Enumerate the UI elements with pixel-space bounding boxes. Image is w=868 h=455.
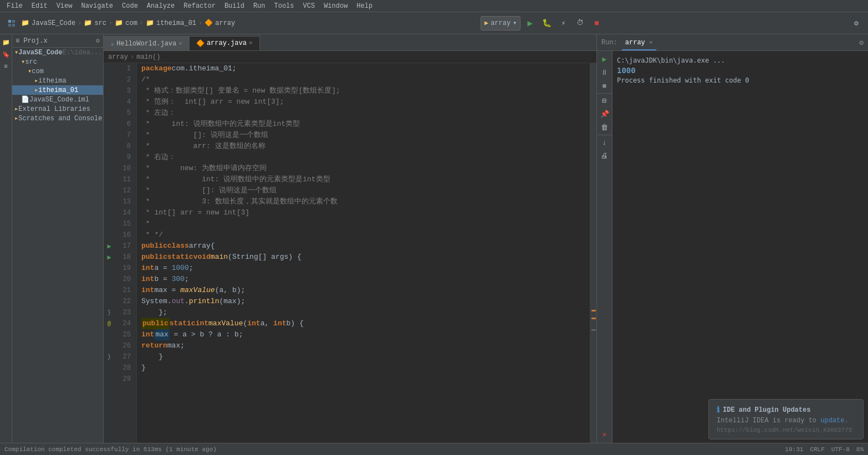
print-button[interactable]: 🖨 <box>599 150 611 162</box>
run-config-dropdown[interactable]: ▶ array ▾ <box>481 16 520 30</box>
bc-sep3: › <box>140 19 144 27</box>
bc-com[interactable]: 📁 <box>115 19 123 27</box>
run-tab-array[interactable]: array × <box>622 35 656 50</box>
tab-helloworld[interactable]: ☕ HelloWorld.java × <box>104 36 190 50</box>
menu-item-vcs[interactable]: VCS <box>299 0 320 12</box>
bc-project[interactable]: 📁 <box>21 19 29 27</box>
sidebar-bookmark-btn[interactable]: 🔖 <box>1 49 12 60</box>
menu-item-window[interactable]: Window <box>319 0 352 12</box>
gutter-10 <box>104 163 115 174</box>
tree-node-scratches[interactable]: ▸ Scratches and Console <box>12 114 103 123</box>
bc-project-label[interactable]: JavaSE_Code <box>32 19 75 27</box>
sidebar-structure-btn[interactable]: ≡ <box>1 61 12 72</box>
run-arrow-17[interactable]: ▶ <box>107 242 111 250</box>
status-filetype[interactable]: UTF-8 <box>831 446 850 453</box>
bc-sep4: › <box>198 19 202 27</box>
clear-button[interactable]: 🗑 <box>599 121 611 134</box>
breadcrumb-array[interactable]: array <box>108 53 128 61</box>
bc-itheima-label[interactable]: itheima_01 <box>156 19 196 27</box>
tree-node-iml[interactable]: 📄 JavaSE_Code.iml <box>12 95 103 104</box>
gutter-6 <box>104 119 115 130</box>
settings-button[interactable]: ⚙ <box>849 16 864 30</box>
rerun-button[interactable]: ▶ <box>599 53 611 65</box>
gutter-15 <box>104 218 115 229</box>
code-line-16: * */ <box>141 229 585 241</box>
breadcrumb-main[interactable]: main() <box>136 53 160 61</box>
gutter-28 <box>104 362 115 374</box>
menu-item-build[interactable]: Build <box>220 0 249 12</box>
menu-item-code[interactable]: Code <box>118 0 142 12</box>
scroll-marker-1 <box>591 310 596 311</box>
tree-node-root[interactable]: ▾ JavaSE_Code E:\idea... <box>12 48 103 57</box>
run-config-arrow: ▾ <box>513 19 517 27</box>
notification-body: IntelliJ IDEA is ready to update. <box>717 417 855 425</box>
code-line-4: * 范例： int[] arr = new int[3]; <box>141 96 585 108</box>
code-line-29 <box>141 374 585 385</box>
menu-item-view[interactable]: View <box>52 0 77 12</box>
ln-23: 23 <box>115 307 133 318</box>
bc-src[interactable]: 📁 <box>84 19 92 27</box>
tree-node-src[interactable]: ▾ src <box>12 57 103 67</box>
tree-itheima01-icon: ▸ <box>34 86 38 94</box>
code-line-6: * int: 说明数组中的元素类型是int类型 <box>141 119 585 130</box>
status-encoding[interactable]: CRLF <box>810 446 824 453</box>
tab-array[interactable]: 🔶 array.java × <box>190 36 260 50</box>
menu-item-navigate[interactable]: Navigate <box>76 0 118 12</box>
run-panel-toolbar: ▶ ⏸ ■ ⊟ 📌 🗑 ↓ 🖨 ✕ <box>597 51 612 443</box>
menu-item-file[interactable]: File <box>2 0 27 12</box>
gutter-3 <box>104 85 115 96</box>
notification-link[interactable]: update. <box>820 417 848 425</box>
toolbar-divider <box>597 93 612 94</box>
menu-item-analyze[interactable]: Analyze <box>142 0 179 12</box>
pin-tab-button[interactable]: 📌 <box>599 108 611 120</box>
tree-node-itheima[interactable]: ▸ itheima <box>12 76 103 85</box>
gutter-9 <box>104 152 115 163</box>
stop-run-button[interactable]: ■ <box>599 80 611 92</box>
bc-array[interactable]: 🔶 <box>205 19 213 27</box>
run-panel-settings-icon[interactable]: ⚙ <box>859 38 864 47</box>
menu-item-refactor[interactable]: Refactor <box>179 0 220 12</box>
pause-button[interactable]: ⏸ <box>599 67 611 79</box>
scroll-to-end-button[interactable]: ↓ <box>599 136 611 149</box>
run-arrow-18[interactable]: ▶ <box>107 253 111 262</box>
sidebar-project-btn[interactable]: 📁 <box>1 37 12 48</box>
menu-item-tools[interactable]: Tools <box>270 0 299 12</box>
gutter-27: } <box>104 351 115 362</box>
bc-com-label[interactable]: com <box>125 19 137 27</box>
ln-12: 12 <box>115 185 133 196</box>
restore-layout-button[interactable]: ⊟ <box>599 95 611 107</box>
run-output-line-2: 1000 <box>617 65 864 75</box>
code-content[interactable]: package com.itheima_01; /* * 格式：数据类型[] 变… <box>137 63 590 443</box>
stop-button[interactable]: ■ <box>589 16 604 30</box>
coverage-button[interactable]: ⚡ <box>556 16 570 30</box>
breadcrumb-bar: array › main() <box>104 51 596 63</box>
notification-url[interactable]: https://blog.csdn.net/weixin_43663775 <box>717 427 855 433</box>
status-position[interactable]: 19:31 <box>785 446 803 453</box>
ann-icon-24: @ <box>108 321 111 327</box>
code-editor[interactable]: ▶ ▶ } @ } <box>104 63 596 443</box>
bc-src-label[interactable]: src <box>94 19 106 27</box>
tab-helloworld-close[interactable]: × <box>178 40 182 47</box>
svg-rect-2 <box>8 24 11 27</box>
run-tab-close[interactable]: × <box>649 39 653 46</box>
debug-button[interactable]: 🐛 <box>539 16 554 30</box>
tree-node-itheima01[interactable]: ▸ itheima_01 <box>12 85 103 95</box>
tree-node-ext[interactable]: ▸ External Libraries <box>12 104 103 114</box>
menu-item-help[interactable]: Help <box>352 0 377 12</box>
run-panel-header: Run: array × ⚙ <box>597 34 868 51</box>
close-run-button[interactable]: ✕ <box>599 428 611 441</box>
menu-item-edit[interactable]: Edit <box>27 0 52 12</box>
gutter-5 <box>104 108 115 119</box>
menu-item-run[interactable]: Run <box>249 0 270 12</box>
svg-rect-1 <box>12 20 15 23</box>
tab-array-close[interactable]: × <box>249 40 253 47</box>
tree-node-com[interactable]: ▾ com <box>12 67 103 76</box>
project-icon[interactable] <box>4 16 19 30</box>
bc-itheima[interactable]: 📁 <box>146 19 154 27</box>
run-button[interactable]: ▶ <box>523 16 537 30</box>
tree-settings-icon[interactable]: ⚙ <box>96 37 100 45</box>
code-line-24: public static int maxValue(int a, int b)… <box>141 318 585 329</box>
bc-array-label[interactable]: array <box>215 19 235 27</box>
profile-button[interactable]: ⏱ <box>573 16 587 30</box>
tab-array-icon: 🔶 <box>196 39 205 48</box>
